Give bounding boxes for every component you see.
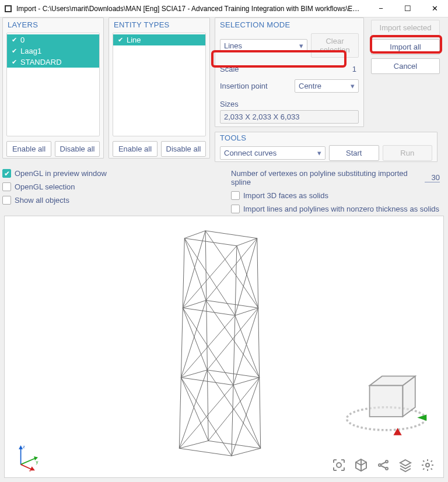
- option-opengl-preview[interactable]: ✔ OpenGL in preview window: [2, 168, 107, 179]
- panel-selection-header: SELECTION MODE: [215, 18, 363, 31]
- panel-tools: TOOLS Connect curves▾ Start Run: [215, 132, 438, 162]
- checkbox-icon: ✔: [2, 169, 11, 178]
- action-column: Import selected Import all Cancel: [371, 20, 440, 74]
- sizes-value: 2,033 X 2,033 X 6,033: [220, 110, 359, 124]
- insertion-point-dropdown[interactable]: Centre▾: [295, 79, 359, 93]
- svg-marker-33: [19, 445, 23, 449]
- option-label: OpenGL in preview window: [15, 169, 107, 178]
- svg-line-5: [232, 246, 237, 456]
- svg-text:z: z: [23, 444, 25, 449]
- checkbox-icon: [2, 196, 11, 205]
- svg-point-47: [337, 463, 341, 467]
- layers-list[interactable]: ✔0 ✔Laag1 ✔STANDARD: [6, 33, 100, 136]
- svg-point-50: [386, 467, 388, 470]
- panel-selection-mode: SELECTION MODE Lines▾ Clear selection Sc…: [215, 17, 364, 127]
- svg-point-48: [379, 464, 381, 466]
- panel-layers-header: LAYERS: [3, 18, 103, 31]
- svg-marker-1: [181, 370, 259, 385]
- minimize-button[interactable]: −: [368, 0, 394, 17]
- import-selected-button[interactable]: Import selected: [371, 20, 440, 36]
- preview-viewport[interactable]: z y x: [4, 216, 444, 478]
- svg-line-4: [179, 238, 184, 448]
- vertexes-row: Number of vertexes on polyline substitut…: [231, 168, 440, 188]
- option-opengl-selection[interactable]: OpenGL selection: [2, 181, 107, 192]
- check-icon: ✔: [118, 36, 123, 44]
- scale-label: Scale: [220, 65, 318, 73]
- app-icon: [5, 5, 12, 12]
- layer-item-laag1[interactable]: ✔Laag1: [7, 45, 99, 57]
- checkbox-icon: [231, 205, 240, 213]
- svg-line-11: [183, 308, 233, 385]
- option-faces-solids[interactable]: Import 3D faces as solids: [231, 190, 440, 201]
- check-icon: ✔: [12, 36, 17, 44]
- dropdown-value: Connect curves: [224, 149, 276, 157]
- orbit-cube-widget[interactable]: [340, 361, 433, 442]
- panel-tools-header: TOOLS: [215, 132, 437, 143]
- check-icon: ✔: [12, 47, 17, 55]
- svg-line-35: [21, 458, 35, 464]
- layer-item-0[interactable]: ✔0: [7, 34, 99, 45]
- clear-selection-button[interactable]: Clear selection: [311, 33, 359, 58]
- viewport-toolbar: [331, 458, 435, 473]
- svg-marker-45: [417, 414, 426, 421]
- entity-disable-all-button[interactable]: Disable all: [161, 141, 206, 157]
- option-lines-solids[interactable]: Import lines and polylines with nonzero …: [231, 203, 440, 214]
- svg-line-16: [233, 308, 258, 385]
- selection-mode-dropdown[interactable]: Lines▾: [220, 39, 307, 52]
- svg-point-49: [386, 460, 388, 463]
- scale-value[interactable]: 1: [318, 65, 359, 73]
- svg-line-7: [205, 231, 208, 441]
- option-label: Import 3D faces as solids: [243, 191, 328, 200]
- cube-icon[interactable]: [354, 458, 369, 473]
- sizes-label: Sizes: [220, 100, 359, 108]
- svg-marker-3: [184, 231, 257, 246]
- gear-icon[interactable]: [420, 458, 435, 473]
- insertion-point-label: Insertion point: [220, 82, 295, 90]
- entity-enable-all-button[interactable]: Enable all: [113, 141, 158, 157]
- panel-layers: LAYERS ✔0 ✔Laag1 ✔STANDARD Enable all Di…: [2, 17, 104, 159]
- layers-icon[interactable]: [398, 458, 413, 473]
- layers-enable-all-button[interactable]: Enable all: [6, 141, 51, 157]
- entity-list[interactable]: ✔Line: [113, 33, 206, 136]
- dropdown-value: Lines: [224, 41, 242, 50]
- check-icon: ✔: [12, 58, 17, 66]
- share-icon[interactable]: [376, 458, 391, 473]
- svg-marker-0: [179, 441, 260, 456]
- tool-dropdown[interactable]: Connect curves▾: [220, 146, 326, 160]
- svg-text:x: x: [29, 469, 31, 472]
- svg-line-9: [181, 378, 232, 456]
- option-label: Show all objects: [15, 196, 69, 205]
- close-button[interactable]: ✕: [421, 0, 448, 17]
- axis-gizmo: z y x: [12, 441, 42, 472]
- zoom-fit-icon[interactable]: [331, 458, 346, 473]
- svg-text:y: y: [36, 459, 38, 465]
- option-label: OpenGL selection: [15, 182, 75, 191]
- window-title: Import - C:\Users\marit\Downloads\MAN [E…: [16, 5, 368, 13]
- vertexes-label: Number of vertexes on polyline substitut…: [231, 169, 421, 187]
- layer-item-label: STANDARD: [20, 58, 62, 66]
- svg-point-51: [426, 463, 429, 467]
- layers-disable-all-button[interactable]: Disable all: [55, 141, 100, 157]
- chevron-down-icon: ▾: [317, 149, 321, 157]
- panel-entity-types: ENTITY TYPES ✔Line Enable all Disable al…: [108, 17, 210, 159]
- maximize-button[interactable]: ☐: [394, 0, 421, 17]
- vertexes-input[interactable]: 30: [425, 173, 440, 182]
- entity-item-line[interactable]: ✔Line: [113, 34, 205, 45]
- run-button[interactable]: Run: [383, 145, 433, 161]
- titlebar: Import - C:\Users\marit\Downloads\MAN [E…: [0, 0, 448, 17]
- layer-item-standard[interactable]: ✔STANDARD: [7, 57, 99, 68]
- option-label: Import lines and polylines with nonzero …: [243, 205, 439, 213]
- import-all-button[interactable]: Import all: [371, 39, 440, 55]
- svg-line-25: [206, 238, 257, 301]
- checkbox-icon: [2, 182, 11, 191]
- checkbox-icon: [231, 191, 240, 200]
- dropdown-value: Centre: [299, 82, 321, 90]
- option-show-all[interactable]: Show all objects: [2, 195, 107, 206]
- panel-entity-header: ENTITY TYPES: [109, 18, 209, 31]
- controls-area: LAYERS ✔0 ✔Laag1 ✔STANDARD Enable all Di…: [0, 17, 448, 212]
- cancel-button[interactable]: Cancel: [371, 58, 440, 74]
- svg-line-29: [181, 300, 206, 377]
- svg-marker-2: [183, 300, 258, 315]
- chevron-down-icon: ▾: [351, 82, 355, 90]
- start-button[interactable]: Start: [329, 145, 379, 161]
